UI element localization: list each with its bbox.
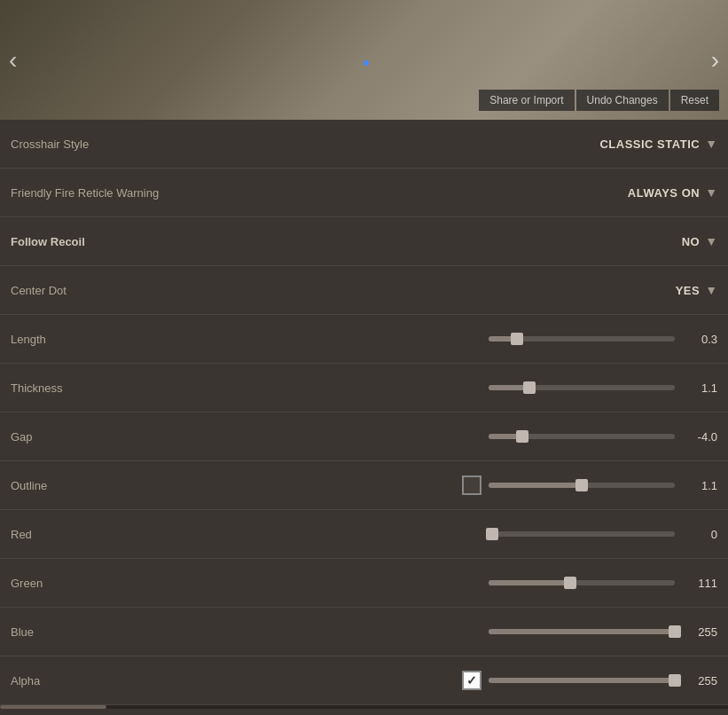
preview-action-buttons: Share or Import Undo Changes Reset xyxy=(479,90,719,111)
red-label: Red xyxy=(11,528,135,541)
undo-changes-btn[interactable]: Undo Changes xyxy=(576,90,669,111)
blue-slider-thumb[interactable] xyxy=(669,625,681,638)
friendly-fire-dropdown[interactable]: ALWAYS ON ▼ xyxy=(628,185,717,200)
outline-row: Outline 1.1 xyxy=(0,461,728,510)
alpha-value: 255 xyxy=(682,674,717,688)
thickness-slider-thumb[interactable] xyxy=(523,381,536,394)
outline-slider-container: 1.1 xyxy=(462,475,717,495)
friendly-fire-label: Friendly Fire Reticle Warning xyxy=(11,186,159,200)
red-slider-container: 0 xyxy=(489,528,717,541)
gap-slider-thumb[interactable] xyxy=(516,430,528,443)
friendly-fire-chevron-icon: ▼ xyxy=(705,185,717,200)
alpha-slider-fill xyxy=(489,678,675,683)
alpha-label: Alpha xyxy=(11,674,135,688)
length-label: Length xyxy=(11,333,135,346)
green-label: Green xyxy=(11,577,135,590)
center-dot-dropdown[interactable]: YES ▼ xyxy=(676,283,717,297)
center-dot-value: YES xyxy=(676,284,701,297)
thickness-slider[interactable] xyxy=(489,385,675,390)
green-value: 111 xyxy=(682,577,717,590)
length-slider-container: 0.3 xyxy=(489,333,717,346)
outline-slider-thumb[interactable] xyxy=(575,479,588,491)
crosshair-style-value: CLASSIC STATIC xyxy=(599,138,700,151)
alpha-checkmark-icon: ✓ xyxy=(466,673,477,688)
follow-recoil-chevron-icon: ▼ xyxy=(705,234,717,248)
follow-recoil-row: Follow Recoil NO ▼ xyxy=(0,217,728,266)
friendly-fire-value: ALWAYS ON xyxy=(628,186,700,200)
reset-btn[interactable]: Reset xyxy=(670,90,719,111)
outline-value: 1.1 xyxy=(682,479,717,492)
gap-label: Gap xyxy=(11,430,135,444)
gap-slider-container: -4.0 xyxy=(489,430,717,444)
blue-slider-container: 255 xyxy=(489,625,717,639)
length-slider-thumb[interactable] xyxy=(511,333,523,345)
crosshair-style-label: Crosshair Style xyxy=(11,138,135,151)
thickness-row: Thickness 1.1 xyxy=(0,364,728,412)
blue-value: 255 xyxy=(682,625,717,639)
share-import-btn[interactable]: Share or Import xyxy=(479,90,574,111)
alpha-slider-container: ✓ 255 xyxy=(462,671,717,690)
follow-recoil-dropdown[interactable]: NO ▼ xyxy=(682,234,717,248)
outline-slider[interactable] xyxy=(489,483,675,488)
prev-map-button[interactable]: ‹ xyxy=(9,46,17,75)
center-dot-chevron-icon: ▼ xyxy=(705,283,717,297)
length-value: 0.3 xyxy=(682,333,717,346)
blue-slider-fill xyxy=(489,629,675,634)
gap-slider[interactable] xyxy=(489,434,675,439)
blue-label: Blue xyxy=(11,625,135,639)
center-dot-label: Center Dot xyxy=(11,284,135,297)
next-map-button[interactable]: › xyxy=(711,46,719,75)
length-slider[interactable] xyxy=(489,336,675,342)
outline-slider-fill xyxy=(489,483,582,488)
alpha-checkbox[interactable]: ✓ xyxy=(462,671,481,690)
red-slider-thumb[interactable] xyxy=(486,528,498,540)
settings-panel: Crosshair Style CLASSIC STATIC ▼ Friendl… xyxy=(0,120,728,715)
alpha-slider[interactable] xyxy=(489,678,675,683)
crosshair-dot xyxy=(364,60,369,66)
follow-recoil-value: NO xyxy=(682,235,701,248)
gap-value: -4.0 xyxy=(682,430,717,444)
red-value: 0 xyxy=(682,528,717,541)
center-dot-row: Center Dot YES ▼ xyxy=(0,266,728,315)
crosshair-style-row: Crosshair Style CLASSIC STATIC ▼ xyxy=(0,120,728,169)
follow-recoil-label: Follow Recoil xyxy=(11,235,135,248)
thickness-label: Thickness xyxy=(11,381,135,395)
scrollbar-thumb[interactable] xyxy=(0,705,106,709)
outline-checkbox[interactable] xyxy=(462,475,481,495)
red-slider[interactable] xyxy=(489,531,675,537)
green-slider[interactable] xyxy=(489,580,675,585)
thickness-value: 1.1 xyxy=(682,381,717,395)
length-row: Length 0.3 xyxy=(0,315,728,364)
red-row: Red 0 xyxy=(0,510,728,559)
crosshair-style-chevron-icon: ▼ xyxy=(705,137,717,151)
crosshair-style-dropdown[interactable]: CLASSIC STATIC ▼ xyxy=(599,137,717,151)
scrollbar[interactable] xyxy=(0,705,728,709)
alpha-row: Alpha ✓ 255 xyxy=(0,656,728,705)
preview-area: ‹ › Share or Import Undo Changes Reset xyxy=(0,0,728,120)
thickness-slider-container: 1.1 xyxy=(489,381,717,395)
outline-label: Outline xyxy=(11,479,135,492)
blue-slider[interactable] xyxy=(489,629,675,634)
green-slider-fill xyxy=(489,580,570,585)
alpha-slider-thumb[interactable] xyxy=(669,674,681,687)
gap-row: Gap -4.0 xyxy=(0,412,728,461)
t-style-row: T Style NO ▼ xyxy=(0,709,728,715)
green-slider-thumb[interactable] xyxy=(564,577,576,589)
green-slider-container: 111 xyxy=(489,577,717,590)
friendly-fire-row: Friendly Fire Reticle Warning ALWAYS ON … xyxy=(0,169,728,217)
green-row: Green 111 xyxy=(0,559,728,608)
blue-row: Blue 255 xyxy=(0,608,728,656)
